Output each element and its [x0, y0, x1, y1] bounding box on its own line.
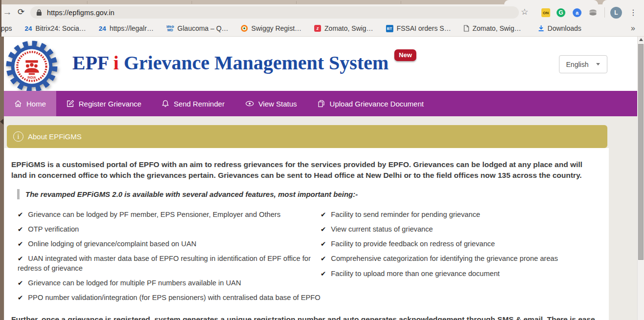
- bookmark-apps[interactable]: pps: [1, 24, 12, 32]
- features-right-column: Facility to send reminder for pending gr…: [321, 210, 601, 308]
- bookmark-bitrix[interactable]: 24 Bitrix24: Socia…: [25, 24, 86, 32]
- feature-item: Grievance can be lodged for multiple PF …: [18, 278, 321, 288]
- language-select[interactable]: English: [559, 55, 607, 73]
- scroll-up-icon[interactable]: [639, 38, 643, 41]
- side-panel-arrow-icon[interactable]: [0, 119, 3, 125]
- bt-favicon: BT: [386, 25, 393, 32]
- chevron-down-icon: [596, 63, 600, 65]
- webmd-favicon: WebMD: [166, 25, 174, 32]
- outro-paragraph: Further, once a grievance is registered,…: [11, 314, 600, 320]
- page-title: EPF i Grievance Management SystemNew: [72, 51, 416, 74]
- feature-item: Facility to send reminder for pending gr…: [321, 210, 601, 220]
- edit-icon: [66, 100, 74, 107]
- browser-toolbar: → ⟳ https://epfigms.gov.in ☆ ON G a L ⋮: [0, 4, 644, 21]
- bell-icon: [162, 100, 169, 107]
- bookmark-zomato-1[interactable]: z Zomato, Swig…: [314, 24, 373, 32]
- url-text[interactable]: https://epfigms.gov.in: [47, 9, 114, 17]
- swiggy-favicon: [241, 25, 248, 32]
- menu-icon[interactable]: ⋮: [629, 6, 637, 20]
- feature-item: Comprehensive categorization for identif…: [321, 254, 601, 264]
- feature-item: Grievance can be lodged by PF member, EP…: [18, 210, 321, 220]
- feature-item: UAN integrated with master data base of …: [18, 254, 321, 273]
- tab-separator: [87, 1, 87, 4]
- bitrix-favicon: 24: [99, 25, 106, 32]
- svg-text:INDIA: INDIA: [27, 76, 36, 79]
- about-banner: i About EPFiGMS: [7, 125, 607, 148]
- info-icon: i: [13, 131, 23, 142]
- page-scrollbar[interactable]: [637, 37, 644, 320]
- tab-separator: [401, 1, 401, 4]
- bookmarks-bar: pps 24 Bitrix24: Socia… 24 https://legal…: [0, 21, 644, 37]
- zomato-favicon: z: [314, 25, 321, 32]
- bitrix-favicon: 24: [25, 25, 32, 32]
- scrollbar-thumb[interactable]: [638, 44, 644, 260]
- bookmark-fssai[interactable]: BT FSSAI orders S…: [386, 24, 451, 32]
- feature-lists: Grievance can be lodged by PF member, EP…: [18, 210, 601, 308]
- bookmark-glaucoma[interactable]: WebMD Glaucoma – Q…: [166, 24, 228, 32]
- new-badge: New: [394, 49, 416, 61]
- home-icon: [14, 100, 22, 107]
- feature-item: View current status of grievance: [321, 225, 601, 235]
- nav-send-reminder[interactable]: Send Reminder: [151, 91, 235, 116]
- feature-item: OTP verification: [18, 225, 321, 235]
- toolbar-divider: [604, 7, 605, 18]
- tab-separator: [296, 1, 297, 4]
- features-left-column: Grievance can be lodged by PF member, EP…: [18, 210, 321, 308]
- revamp-note: The revamped EPFiGMS 2.0 is available wi…: [17, 189, 601, 199]
- main-navigation: Home Register Grievance Send Reminder Vi…: [4, 91, 637, 116]
- nav-register-grievance[interactable]: Register Grievance: [56, 91, 151, 116]
- bookmark-downloads[interactable]: Downloads: [538, 24, 581, 32]
- active-tab[interactable]: [504, 0, 598, 4]
- page-favicon: [464, 25, 469, 32]
- eye-icon: [245, 100, 254, 107]
- about-content-card: EPFiGMS is a customised portal of EPFO w…: [4, 148, 609, 320]
- window-edge: [0, 37, 4, 320]
- browser-window: → ⟳ https://epfigms.gov.in ☆ ON G a L ⋮ …: [0, 0, 644, 320]
- profile-avatar[interactable]: L: [610, 7, 622, 19]
- feature-item: Facility to provide feedback on redress …: [321, 239, 601, 249]
- cookies-extension-icon[interactable]: [588, 8, 597, 17]
- translate-extension-icon[interactable]: a: [573, 8, 581, 17]
- intro-paragraph: EPFiGMS is a customised portal of EPFO w…: [11, 159, 596, 181]
- extension-on-icon[interactable]: ON: [541, 8, 550, 17]
- bookmark-swiggy[interactable]: Swiggy Regist…: [241, 24, 301, 32]
- feature-item: Online lodging of grievance/complaint ba…: [18, 239, 321, 249]
- nav-upload-document[interactable]: Upload Grievance Document: [307, 91, 434, 116]
- feature-item: Facility to upload more than one grievan…: [321, 269, 601, 279]
- bookmark-zomato-2[interactable]: Zomato, Swig…: [464, 24, 521, 32]
- tab-separator: [192, 1, 192, 4]
- tab-partial[interactable]: [602, 0, 644, 4]
- address-bar[interactable]: https://epfigms.gov.in: [30, 6, 519, 19]
- reload-icon[interactable]: ⟳: [15, 5, 27, 19]
- bookmark-legalr[interactable]: 24 https://legalr…: [99, 24, 153, 32]
- tab-strip[interactable]: [0, 0, 644, 4]
- grammarly-icon[interactable]: G: [557, 8, 565, 17]
- forward-icon[interactable]: →: [1, 5, 14, 19]
- copy-document-icon: [318, 100, 325, 107]
- bookmark-star-icon[interactable]: ☆: [521, 7, 528, 17]
- about-title: About EPFiGMS: [28, 132, 82, 141]
- download-icon: [538, 25, 544, 32]
- window-edge: [0, 0, 1, 37]
- bookmarks-overflow-icon[interactable]: »: [631, 24, 635, 33]
- epfo-logo: INDIA: [6, 41, 58, 92]
- site-header: INDIA EPF i Grievance Management SystemN…: [0, 37, 644, 91]
- nav-view-status[interactable]: View Status: [235, 91, 307, 116]
- lock-icon: [36, 9, 42, 16]
- nav-home[interactable]: Home: [4, 91, 56, 116]
- feature-item: PPO number validation/integration (for E…: [18, 293, 321, 303]
